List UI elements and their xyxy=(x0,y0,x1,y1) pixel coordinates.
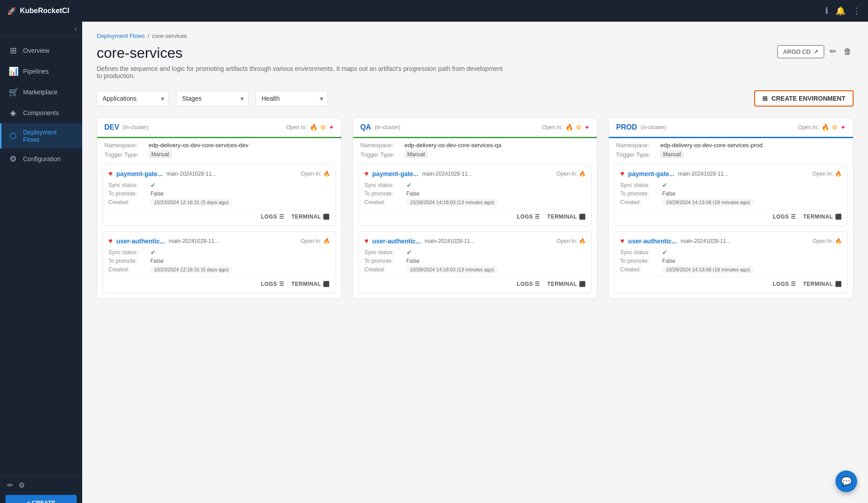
terminal-button-user-prod[interactable]: TERMINAL ⬛ xyxy=(803,281,842,287)
argocd-icon-prod[interactable]: ⚙ xyxy=(832,124,838,131)
more-menu-button[interactable]: ⋮ xyxy=(853,6,861,16)
sidebar-nav: ⊞ Overview 📊 Pipelines 🛒 Marketplace ◈ C… xyxy=(0,37,82,475)
logs-button-user-dev[interactable]: LOGS ☰ xyxy=(261,281,285,287)
kubernetes-icon-dev[interactable]: ✦ xyxy=(329,124,334,131)
app-header-user-dev: ♥ user-authentic... main-20241028-11... … xyxy=(108,237,330,245)
env-trigger-value-dev: Manual xyxy=(149,150,172,158)
filter-bar: Applications Stages Health xyxy=(97,90,854,107)
app-branch-user-qa: main-20241028-11... xyxy=(425,238,475,244)
fire-icon-prod[interactable]: 🔥 xyxy=(821,124,829,131)
applications-filter[interactable]: Applications xyxy=(97,91,169,106)
sidebar-item-components[interactable]: ◈ Components xyxy=(0,102,82,123)
terminal-button-user-dev[interactable]: TERMINAL ⬛ xyxy=(291,281,330,287)
created-date-payment-qa: 10/28/2024 14:18:03 (13 minutes ago) xyxy=(406,199,498,206)
app-header-payment-prod: ♥ payment-gate... main-20241028-11... Op… xyxy=(620,170,842,178)
chart-icon: 📊 xyxy=(9,66,18,76)
app-sync-row-payment-dev: Sync status: ✔ xyxy=(108,182,330,189)
app-name-payment-prod[interactable]: payment-gate... xyxy=(628,170,675,177)
argo-cd-button[interactable]: ARGO CD ↗ xyxy=(777,45,824,58)
stages-filter[interactable]: Stages xyxy=(176,91,248,106)
env-open-in-qa: Open In: 🔥 ⚙ ✦ xyxy=(542,124,590,131)
argocd-icon-dev[interactable]: ⚙ xyxy=(320,124,326,131)
notifications-button[interactable]: 🔔 xyxy=(835,6,845,16)
env-card-prod: PROD (in-cluster) Open In: 🔥 ⚙ ✦ xyxy=(608,117,854,299)
env-meta-trigger-prod: Trigger Type: Manual xyxy=(616,150,846,158)
info-button[interactable]: ℹ xyxy=(825,6,828,16)
app-name-payment-dev[interactable]: payment-gate... xyxy=(117,170,163,177)
app-card-user-qa: ♥ user-authentic... main-20241028-11... … xyxy=(359,231,592,293)
app-name-user-prod[interactable]: user-authentic... xyxy=(628,238,677,245)
breadcrumb-separator: / xyxy=(148,33,149,39)
terminal-button-payment-dev[interactable]: TERMINAL ⬛ xyxy=(291,214,330,220)
app-fire-icon-payment-prod[interactable]: 🔥 xyxy=(835,171,842,177)
health-filter[interactable]: Health xyxy=(256,91,328,106)
app-branch-payment-dev: main-20241028-11... xyxy=(166,171,216,177)
app-fire-icon-user-qa[interactable]: 🔥 xyxy=(579,238,586,244)
fire-icon-dev[interactable]: 🔥 xyxy=(310,124,317,131)
breadcrumb-parent-link[interactable]: Deployment Flows xyxy=(97,33,145,39)
argo-cd-label: ARGO CD xyxy=(783,48,811,55)
created-date-user-qa: 10/28/2024 14:18:03 (13 minutes ago) xyxy=(406,266,498,273)
app-footer-payment-dev: LOGS ☰ TERMINAL ⬛ xyxy=(108,210,330,220)
chat-button[interactable]: 💬 xyxy=(835,470,857,492)
sidebar: ‹ ⊞ Overview 📊 Pipelines 🛒 Marketplace ◈ xyxy=(0,22,82,503)
kubernetes-icon-prod[interactable]: ✦ xyxy=(840,124,846,131)
create-env-label: CREATE ENVIRONMENT xyxy=(771,95,845,102)
app-header-user-qa: ♥ user-authentic... main-20241028-11... … xyxy=(364,237,586,245)
logs-button-payment-qa[interactable]: LOGS ☰ xyxy=(517,214,540,220)
app-promote-row-payment-dev: To promote: False xyxy=(108,191,330,197)
edit-button[interactable]: ✏ xyxy=(828,45,838,58)
heart-icon-payment-qa: ♥ xyxy=(364,170,369,178)
app-header-payment-dev: ♥ payment-gate... main-20241028-11... Op… xyxy=(108,170,330,178)
app-details-payment-qa: Sync status: ✔ To promote: False Created… xyxy=(364,182,586,206)
sync-check-user-dev: ✔ xyxy=(150,249,156,256)
promote-value-payment-dev: False xyxy=(150,191,163,197)
logs-button-user-qa[interactable]: LOGS ☰ xyxy=(517,281,540,287)
app-header-user-prod: ♥ user-authentic... main-20241028-11... … xyxy=(620,237,842,245)
settings-button[interactable]: ⚙ xyxy=(19,481,25,489)
app-fire-icon-user-prod[interactable]: 🔥 xyxy=(835,238,842,244)
sidebar-item-configuration[interactable]: ⚙ Configuration xyxy=(0,149,82,169)
sidebar-collapse-button[interactable]: ‹ xyxy=(75,25,77,33)
app-sync-row-user-prod: Sync status: ✔ xyxy=(620,249,842,256)
env-cluster-prod: (in-cluster) xyxy=(641,124,667,130)
breadcrumb: Deployment Flows / core-services xyxy=(97,33,854,39)
app-name-user-qa[interactable]: user-authentic... xyxy=(372,238,421,245)
sidebar-item-overview[interactable]: ⊞ Overview xyxy=(0,40,82,61)
delete-button[interactable]: 🗑 xyxy=(842,45,854,58)
app-name-user-dev[interactable]: user-authentic... xyxy=(117,238,165,245)
sidebar-item-pipelines[interactable]: 📊 Pipelines xyxy=(0,61,82,82)
create-environment-button[interactable]: ⊞ CREATE ENVIRONMENT xyxy=(754,90,854,107)
kubernetes-icon-qa[interactable]: ✦ xyxy=(584,124,590,131)
app-promote-row-payment-prod: To promote: False xyxy=(620,191,842,197)
sidebar-item-deployment-flows[interactable]: ⬡ Deployment Flows xyxy=(0,123,82,149)
app-fire-icon-user-dev[interactable]: 🔥 xyxy=(323,238,330,244)
env-header-prod: PROD (in-cluster) Open In: 🔥 ⚙ ✦ xyxy=(609,118,853,138)
logs-icon-user-qa: ☰ xyxy=(535,281,540,287)
created-date-payment-prod: 10/28/2024 14:13:06 (18 minutes ago) xyxy=(662,199,754,206)
fire-icon-qa[interactable]: 🔥 xyxy=(565,124,573,131)
env-namespace-value-qa: edp-delivery-os-dev-core-services-qa xyxy=(405,142,502,149)
sidebar-item-label-overview: Overview xyxy=(23,47,49,54)
argocd-icon-qa[interactable]: ⚙ xyxy=(576,124,582,131)
app-fire-icon-payment-dev[interactable]: 🔥 xyxy=(323,171,330,177)
health-filter-wrapper: Health xyxy=(256,91,328,106)
env-name-dev: DEV xyxy=(104,123,119,131)
terminal-button-payment-qa[interactable]: TERMINAL ⬛ xyxy=(547,214,586,220)
env-meta-namespace-dev: Namespace: edp-delivery-os-dev-core-serv… xyxy=(104,142,334,149)
app-details-user-dev: Sync status: ✔ To promote: False Created… xyxy=(108,249,330,273)
edit-settings-button[interactable]: ✏ xyxy=(7,481,13,489)
env-open-in-prod: Open In: 🔥 ⚙ ✦ xyxy=(798,124,846,131)
logs-button-payment-dev[interactable]: LOGS ☰ xyxy=(261,214,285,220)
app-fire-icon-payment-qa[interactable]: 🔥 xyxy=(579,171,586,177)
app-name-payment-qa[interactable]: payment-gate... xyxy=(372,170,419,177)
page-title: core-services xyxy=(97,45,182,61)
logs-button-payment-prod[interactable]: LOGS ☰ xyxy=(773,214,796,220)
breadcrumb-current: core-services xyxy=(152,33,187,39)
terminal-button-payment-prod[interactable]: TERMINAL ⬛ xyxy=(803,214,842,220)
sidebar-item-marketplace[interactable]: 🛒 Marketplace xyxy=(0,82,82,102)
logs-button-user-prod[interactable]: LOGS ☰ xyxy=(773,281,796,287)
terminal-button-user-qa[interactable]: TERMINAL ⬛ xyxy=(547,281,586,287)
create-resource-button[interactable]: + CREATE RESOURCE xyxy=(5,495,77,503)
app-branch-user-dev: main-20241028-11... xyxy=(169,238,219,244)
